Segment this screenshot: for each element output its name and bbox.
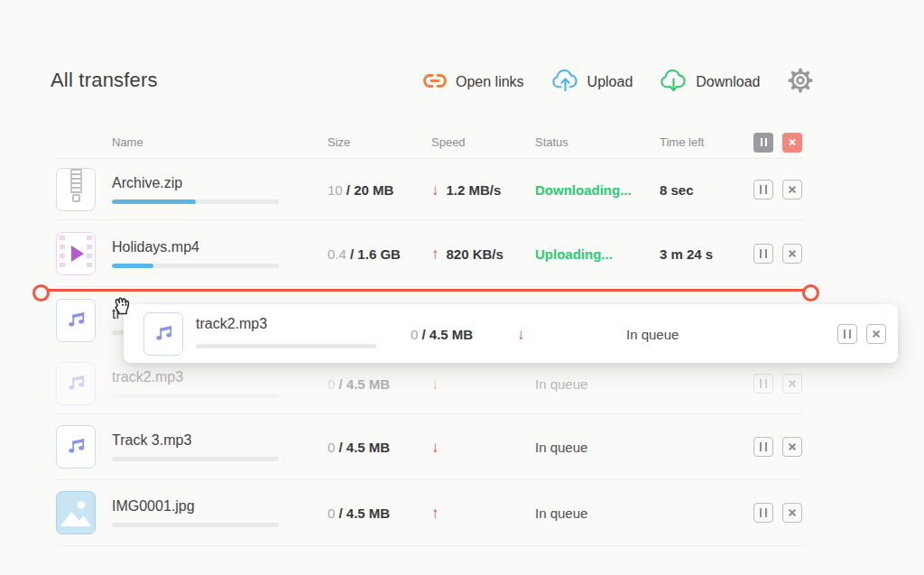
cancel-button[interactable] <box>782 503 802 523</box>
image-file-icon <box>56 491 96 534</box>
progress-bar <box>112 523 279 527</box>
zipper-pull <box>72 194 80 202</box>
page-title: All transfers <box>51 69 158 92</box>
cancel-button[interactable] <box>866 324 886 344</box>
file-name: track2.mp3 <box>112 369 292 385</box>
music-file-icon <box>143 312 183 356</box>
music-file-icon <box>56 299 96 342</box>
transfer-row-img[interactable]: IMG0001.jpg 0 / 4.5 MB ↑ In queue <box>56 480 803 546</box>
time-left: 8 sec <box>660 181 694 197</box>
file-name: Holidays.mp4 <box>112 239 292 255</box>
grab-cursor-icon <box>108 290 137 324</box>
pause-button[interactable] <box>753 437 773 457</box>
cancel-button[interactable] <box>782 244 802 264</box>
play-icon <box>71 246 84 262</box>
open-links-button[interactable]: Open links <box>422 72 524 92</box>
x-icon <box>788 379 797 388</box>
pause-icon <box>760 379 767 388</box>
filmstrip-perforations <box>87 236 92 272</box>
progress-bar <box>112 457 279 461</box>
video-file-icon <box>56 232 96 275</box>
zip-file-icon <box>56 168 96 211</box>
size-cell: 0 / 4.5 MB <box>411 326 473 341</box>
cancel-button[interactable] <box>782 180 802 199</box>
music-note-glyph <box>64 435 88 459</box>
file-name: track2.mp3 <box>196 316 267 332</box>
download-label: Download <box>696 74 760 90</box>
column-name: Name <box>112 135 143 149</box>
music-file-icon <box>56 425 96 468</box>
file-name: IMG0001.jpg <box>112 498 292 515</box>
size-cell: 0.4 / 1.6 GB <box>328 246 401 261</box>
file-name: Archive.zip <box>112 175 292 191</box>
speed-cell: ↓ <box>517 326 525 341</box>
column-time-left: Time left <box>660 135 704 149</box>
transfer-row-archive[interactable]: Archive.zip 10 / 20 MB ↓ 1.2 MB/s Downlo… <box>56 159 803 220</box>
cancel-all-button[interactable] <box>782 133 802 153</box>
pause-icon <box>761 138 767 146</box>
size-cell: 10 / 20 MB <box>328 181 393 197</box>
download-arrow-icon: ↓ <box>431 181 439 197</box>
pause-button[interactable] <box>753 374 773 394</box>
toolbar: Open links Upload Download <box>422 67 814 97</box>
progress-bar <box>112 394 279 398</box>
music-note-glyph <box>152 322 175 346</box>
filmstrip-perforations <box>60 236 65 272</box>
progress-bar <box>112 264 279 268</box>
progress-bar <box>112 199 279 204</box>
dragged-transfer-card[interactable]: track2.mp3 0 / 4.5 MB ↓ In queue <box>124 304 898 363</box>
size-cell: 0 / 4.5 MB <box>328 505 390 521</box>
time-left: 3 m 24 s <box>660 246 713 261</box>
transfer-row-ghost[interactable]: track2.mp3 0 / 4.5 MB ↓ In queue <box>56 354 803 414</box>
pause-icon <box>760 442 767 451</box>
speed-cell: ↓ <box>431 440 439 455</box>
cancel-button[interactable] <box>782 437 802 457</box>
link-icon <box>422 72 448 92</box>
file-name: Track 3.mp3 <box>112 432 292 449</box>
pause-button[interactable] <box>753 180 773 199</box>
pause-all-button[interactable] <box>753 133 773 153</box>
drop-indicator-line <box>38 289 814 292</box>
upload-arrow-icon: ↑ <box>431 246 439 261</box>
settings-button[interactable] <box>787 67 814 97</box>
status-text: In queue <box>626 326 679 341</box>
cloud-download-icon <box>660 68 688 96</box>
status-text: In queue <box>535 376 587 392</box>
pause-button[interactable] <box>837 324 857 344</box>
x-icon <box>789 138 797 146</box>
column-size: Size <box>328 135 350 149</box>
transfer-row-track3[interactable]: Track 3.mp3 0 / 4.5 MB ↓ In queue <box>56 414 803 480</box>
zipper-teeth <box>70 169 82 193</box>
download-button[interactable]: Download <box>660 68 760 96</box>
x-icon <box>872 329 881 339</box>
pause-icon <box>844 329 851 339</box>
size-cell: 0 / 4.5 MB <box>328 440 390 455</box>
speed-cell: ↑ 820 KB/s <box>431 246 504 261</box>
status-text: Downloading... <box>535 181 632 197</box>
download-arrow-icon: ↓ <box>431 440 439 455</box>
status-text: In queue <box>535 440 587 455</box>
upload-arrow-icon: ↑ <box>431 505 439 521</box>
open-links-label: Open links <box>456 74 524 90</box>
transfers-window: All transfers Open links Upload <box>0 0 924 575</box>
cancel-button[interactable] <box>782 374 802 394</box>
column-speed: Speed <box>431 135 466 149</box>
x-icon <box>788 185 797 194</box>
upload-button[interactable]: Upload <box>551 68 633 96</box>
status-text: Uploading... <box>535 246 613 261</box>
pause-icon <box>760 185 767 194</box>
column-status: Status <box>535 135 568 149</box>
transfer-row-holidays[interactable]: Holidays.mp4 0.4 / 1.6 GB ↑ 820 KB/s Upl… <box>56 220 803 287</box>
gear-icon <box>787 67 814 97</box>
speed-cell: ↓ <box>431 376 439 392</box>
pause-icon <box>760 249 767 258</box>
x-icon <box>788 508 797 517</box>
pause-button[interactable] <box>753 503 773 523</box>
music-note-glyph <box>64 372 88 395</box>
x-icon <box>788 249 797 258</box>
music-note-glyph <box>64 309 88 332</box>
cloud-upload-icon <box>551 68 579 96</box>
table-header: Name Size Speed Status Time left <box>56 126 803 159</box>
pause-button[interactable] <box>753 244 773 264</box>
download-arrow-icon: ↓ <box>431 376 439 392</box>
